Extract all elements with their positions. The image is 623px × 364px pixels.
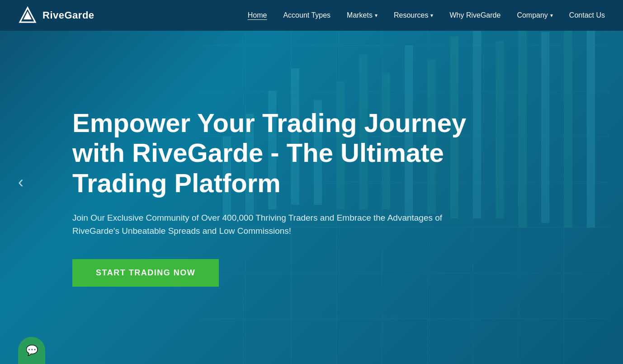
nav-item-home[interactable]: Home xyxy=(248,11,267,19)
nav-menu: Home Account Types Markets ▾ Resources ▾… xyxy=(248,11,605,19)
nav-link-markets[interactable]: Markets xyxy=(347,11,373,19)
svg-rect-33 xyxy=(587,14,595,227)
nav-item-why-rivegarde[interactable]: Why RiveGarde xyxy=(449,11,500,19)
nav-item-company[interactable]: Company ▾ xyxy=(517,11,552,19)
nav-link-account-types[interactable]: Account Types xyxy=(283,11,330,19)
nav-link-home[interactable]: Home xyxy=(248,11,267,19)
nav-item-resources[interactable]: Resources ▾ xyxy=(394,11,433,19)
start-trading-button[interactable]: START TRADING NOW xyxy=(72,259,219,287)
nav-item-markets[interactable]: Markets ▾ xyxy=(347,11,378,19)
resources-dropdown-icon: ▾ xyxy=(430,12,433,19)
svg-rect-31 xyxy=(542,32,550,223)
nav-link-company[interactable]: Company xyxy=(517,11,547,19)
navbar: RiveGarde Home Account Types Markets ▾ R… xyxy=(0,0,623,31)
company-dropdown-icon: ▾ xyxy=(550,12,553,19)
brand-logo-icon xyxy=(18,6,37,25)
bottom-widget[interactable]: 💬 xyxy=(18,337,45,364)
nav-link-contact[interactable]: Contact Us xyxy=(569,11,605,19)
svg-rect-32 xyxy=(564,18,572,227)
nav-link-resources[interactable]: Resources xyxy=(394,11,428,19)
nav-link-why-rivegarde[interactable]: Why RiveGarde xyxy=(449,11,500,19)
chat-icon: 💬 xyxy=(26,345,38,356)
markets-dropdown-icon: ▾ xyxy=(375,12,378,19)
hero-content: Empower Your Trading Journey with RiveGa… xyxy=(0,77,497,287)
hero-title: Empower Your Trading Journey with RiveGa… xyxy=(72,108,497,199)
brand-name: RiveGarde xyxy=(42,9,94,21)
nav-item-contact[interactable]: Contact Us xyxy=(569,11,605,19)
hero-subtitle: Join Our Exclusive Community of Over 400… xyxy=(72,211,479,238)
hero-section: Empower Your Trading Journey with RiveGa… xyxy=(0,0,623,364)
brand-logo-link[interactable]: RiveGarde xyxy=(18,6,94,25)
svg-rect-30 xyxy=(519,23,527,227)
nav-item-account-types[interactable]: Account Types xyxy=(283,11,330,19)
carousel-prev-button[interactable]: ‹ xyxy=(18,174,24,190)
